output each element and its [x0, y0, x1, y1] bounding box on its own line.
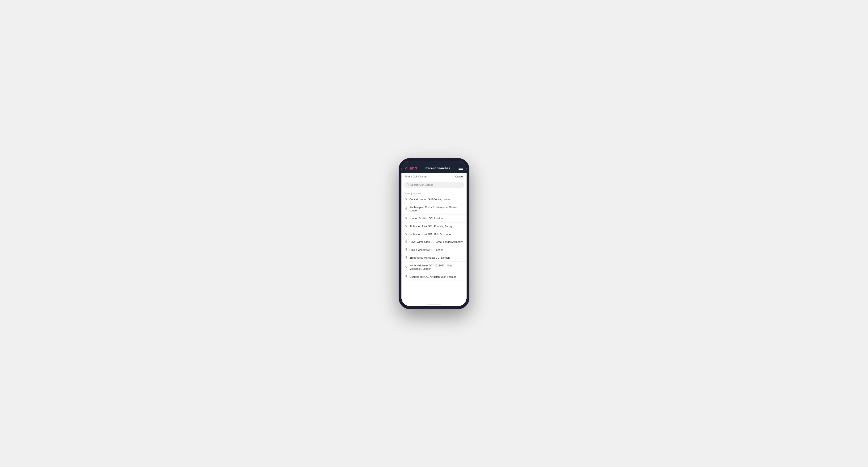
- search-input-wrapper[interactable]: [404, 182, 464, 188]
- list-item[interactable]: Central London Golf Centre, London: [401, 196, 467, 204]
- list-item[interactable]: Richmond Park GC - Prince's, Surrey: [401, 222, 467, 230]
- course-name: London Scottish GC, London: [409, 217, 443, 220]
- list-item[interactable]: Dukes Meadows GC, London: [401, 246, 467, 254]
- list-item[interactable]: Royal Wimbledon GC, Great London Authori…: [401, 238, 467, 246]
- location-icon: [405, 233, 408, 236]
- menu-icon[interactable]: [459, 167, 463, 170]
- location-icon: [405, 275, 408, 278]
- cancel-button[interactable]: Cancel: [455, 175, 463, 178]
- course-name: Coombe Hill GC, Kingston upon Thames: [409, 275, 457, 278]
- list-item[interactable]: Brent Valley Municipal GC, London: [401, 254, 467, 262]
- list-item[interactable]: London Scottish GC, London: [401, 215, 467, 222]
- list-item[interactable]: Coombe Hill GC, Kingston upon Thames: [401, 273, 467, 281]
- menu-line-3: [459, 169, 463, 170]
- course-name: Central London Golf Centre, London: [409, 198, 451, 201]
- main-content: Find a Golf Course Cancel Nearby: [401, 173, 467, 306]
- list-item[interactable]: Richmond Park GC - Duke's, London: [401, 230, 467, 238]
- find-bar: Find a Golf Course Cancel: [401, 173, 467, 180]
- menu-line-2: [459, 168, 463, 168]
- list-item[interactable]: Roehampton Club - Roehampton, Greater Lo…: [401, 204, 467, 215]
- course-name: Brent Valley Municipal GC, London: [409, 256, 450, 259]
- search-input[interactable]: [410, 183, 461, 186]
- find-bar-label: Find a Golf Course: [405, 175, 427, 178]
- phone-device: clippd Recent Searches Find a Golf Cours…: [399, 158, 469, 309]
- location-icon: [405, 241, 408, 244]
- location-icon: [405, 198, 408, 201]
- search-icon: [407, 183, 409, 186]
- course-name: Royal Wimbledon GC, Great London Authori…: [409, 240, 463, 244]
- phone-screen: clippd Recent Searches Find a Golf Cours…: [401, 161, 467, 306]
- header-title: Recent Searches: [426, 166, 450, 170]
- nearby-courses-section: Nearby courses Central London Golf Centr…: [401, 190, 467, 302]
- status-bar: [401, 161, 467, 164]
- course-name: North Middlesex GC (1011942 - North Midd…: [409, 264, 463, 271]
- home-indicator: [401, 302, 467, 306]
- location-icon: [405, 208, 408, 211]
- location-icon: [405, 225, 408, 228]
- menu-line-1: [459, 167, 463, 167]
- location-icon: [405, 217, 408, 220]
- app-logo: clippd: [405, 166, 417, 170]
- nearby-label: Nearby courses: [401, 190, 467, 196]
- home-bar: [427, 304, 441, 304]
- list-item[interactable]: North Middlesex GC (1011942 - North Midd…: [401, 262, 467, 273]
- course-name: Richmond Park GC - Duke's, London: [409, 232, 452, 236]
- svg-line-1: [408, 185, 409, 185]
- course-name: Roehampton Club - Roehampton, Greater Lo…: [409, 206, 463, 212]
- search-box-container: [401, 180, 467, 190]
- location-icon: [405, 266, 408, 269]
- location-icon: [405, 248, 408, 251]
- location-icon: [405, 256, 408, 259]
- course-name: Richmond Park GC - Prince's, Surrey: [409, 225, 453, 228]
- course-name: Dukes Meadows GC, London: [409, 248, 443, 252]
- app-header: clippd Recent Searches: [401, 164, 467, 173]
